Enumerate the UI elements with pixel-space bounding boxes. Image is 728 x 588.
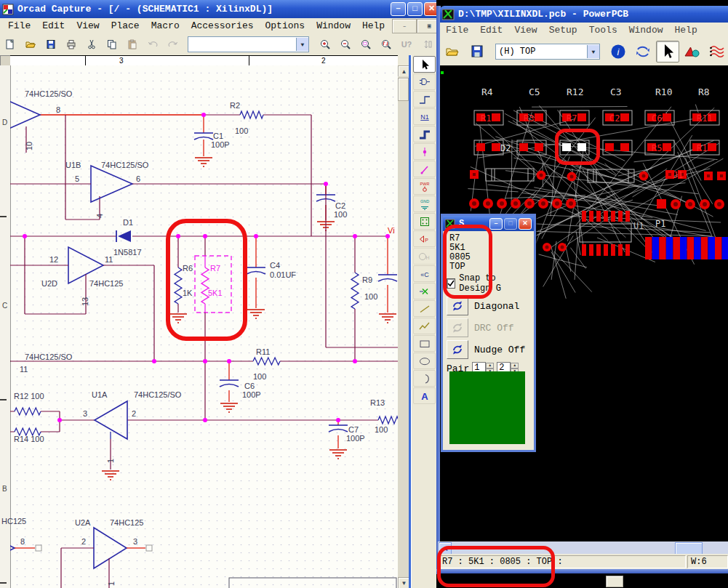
place-arc-button[interactable] <box>413 370 436 387</box>
updown-button[interactable] <box>417 36 436 53</box>
undo-button[interactable] <box>143 36 162 53</box>
pair1-up-button[interactable]: ▲ <box>486 363 494 368</box>
print-button[interactable] <box>62 36 81 53</box>
pcb-scrollbar-thumb[interactable] <box>675 542 703 555</box>
floating-minimize-button[interactable]: – <box>489 218 503 230</box>
cut-icon <box>86 39 97 50</box>
vertical-scrollbar-thumb[interactable] <box>398 78 409 101</box>
save-button[interactable] <box>465 41 489 63</box>
place-text-button[interactable]: A <box>413 387 436 404</box>
diagonal-button[interactable] <box>447 297 468 315</box>
select-arrow-button[interactable] <box>413 56 436 73</box>
menu-item-macro[interactable]: Macro <box>145 19 185 33</box>
part-search-combobox[interactable]: ▼ <box>188 36 309 52</box>
chevron-down-icon[interactable]: ▼ <box>587 45 599 58</box>
menu-item-options[interactable]: Options <box>260 19 311 33</box>
place-power-button[interactable]: PWR <box>413 178 436 195</box>
silkscreen-ref: C6 <box>652 113 662 124</box>
zoom-out-button[interactable] <box>336 36 355 53</box>
place-line-button[interactable] <box>413 300 436 317</box>
design-toolbox-button[interactable] <box>681 41 704 63</box>
nudge-off-row: Nudge Off <box>447 340 531 359</box>
menu-item-window[interactable]: Window <box>623 23 669 37</box>
schematic-label: R7 <box>210 264 220 273</box>
mdi-minimize-button[interactable]: – <box>392 19 417 33</box>
annotate-button[interactable]: U? <box>397 36 416 53</box>
place-junction-button[interactable] <box>413 143 436 160</box>
vertical-scrollbar[interactable] <box>398 76 409 577</box>
drc-off-button[interactable] <box>447 318 468 337</box>
save-button[interactable] <box>41 36 60 53</box>
redo-button[interactable] <box>164 36 183 53</box>
menu-item-window[interactable]: Window <box>311 19 356 33</box>
zoom-in-button[interactable] <box>316 36 335 53</box>
menu-item-edit[interactable]: Edit <box>36 19 71 33</box>
schematic-canvas[interactable]: DCB 74HC125/SO810R2100C1100PU1B74HC125/S… <box>0 65 398 588</box>
menu-item-setup[interactable]: Setup <box>543 23 583 37</box>
zoom-area-button[interactable] <box>356 36 375 53</box>
place-part-button[interactable] <box>413 73 436 90</box>
menu-item-view[interactable]: View <box>71 19 105 33</box>
layer-combobox-value: (H) TOP <box>499 47 535 57</box>
open-button[interactable] <box>21 36 40 53</box>
menu-item-file[interactable]: File <box>2 19 36 33</box>
schematic-label: 0.01UF <box>270 270 296 279</box>
chevron-down-icon[interactable]: ▼ <box>296 38 308 51</box>
place-rectangle-button[interactable] <box>413 335 436 352</box>
menu-item-help[interactable]: Help <box>356 19 391 33</box>
layer-combobox[interactable]: (H) TOP▼ <box>495 44 600 60</box>
menu-item-view[interactable]: View <box>508 23 543 37</box>
zoom-area-icon <box>360 39 372 50</box>
place-bus-button[interactable] <box>413 126 436 142</box>
place-ellipse-icon <box>417 355 432 367</box>
redraw-icon <box>635 44 651 60</box>
copy-icon <box>106 39 118 50</box>
orcad-title: Orcad Capture - [/ - (SCHEMATIC1 : Xilin… <box>17 4 389 15</box>
snap-checkbox-row[interactable]: Snap to Design G <box>447 273 531 294</box>
open-button[interactable] <box>441 41 464 63</box>
menu-item-tools[interactable]: Tools <box>583 23 623 37</box>
snap-checkbox[interactable] <box>447 278 455 289</box>
new-file-button[interactable] <box>1 36 20 53</box>
menu-item-place[interactable]: Place <box>105 19 145 33</box>
nudge-off-button[interactable] <box>447 340 468 359</box>
place-ellipse-button[interactable] <box>413 353 436 369</box>
powerpcb-titlebar: D:\TMP\XILINXDL.pcb - PowerPCB <box>440 6 728 23</box>
place-no-connect-button[interactable] <box>413 283 436 299</box>
scroll-left-button[interactable]: ◀ <box>439 542 452 555</box>
pair2-up-button[interactable]: ▲ <box>511 363 519 368</box>
place-hierarchical-block-button[interactable] <box>413 213 436 230</box>
zoom-all-button[interactable] <box>377 36 396 53</box>
orcad-maximize-button[interactable]: □ <box>407 2 423 16</box>
place-hierarchical-pin-button[interactable]: H <box>413 248 436 265</box>
menu-item-file[interactable]: File <box>440 23 474 37</box>
svg-text:GND: GND <box>420 199 428 204</box>
floating-close-button[interactable]: ✕ <box>519 218 532 230</box>
info-button[interactable]: i <box>607 41 630 63</box>
place-ground-icon: GND <box>417 198 432 210</box>
redraw-button[interactable] <box>631 41 655 63</box>
floating-maximize-button[interactable]: □ <box>504 218 517 230</box>
pcb-horizontal-scrollbar[interactable]: ◀ <box>438 541 728 554</box>
schematic-label: 100 <box>334 210 347 219</box>
paste-button[interactable] <box>123 36 142 53</box>
menu-item-help[interactable]: Help <box>669 23 703 37</box>
save-icon <box>469 44 485 60</box>
cut-button[interactable] <box>82 36 101 53</box>
menu-item-edit[interactable]: Edit <box>474 23 508 37</box>
floating-title: S... <box>459 219 488 229</box>
copy-button[interactable] <box>103 36 121 53</box>
place-wire-button[interactable] <box>413 91 436 108</box>
place-bus-entry-button[interactable] <box>413 161 436 177</box>
pointer-button[interactable] <box>656 41 679 63</box>
route-button[interactable] <box>705 41 728 63</box>
save-icon <box>45 39 57 50</box>
place-ground-button[interactable]: GND <box>413 196 436 212</box>
place-net-alias-button[interactable]: N1 <box>413 108 436 125</box>
menu-item-accessories[interactable]: Accessories <box>185 19 260 33</box>
schematic-label: 1 <box>106 459 115 463</box>
orcad-minimize-button[interactable]: – <box>391 2 406 16</box>
place-polyline-button[interactable] <box>413 318 436 334</box>
place-off-page-connector-button[interactable]: «C <box>413 265 436 282</box>
place-hierarchical-port-button[interactable]: P <box>413 230 436 247</box>
